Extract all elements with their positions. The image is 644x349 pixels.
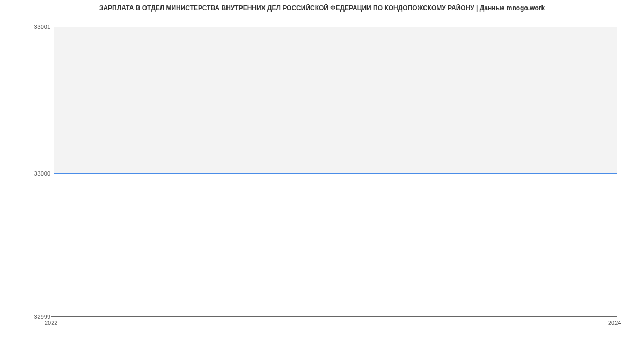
shaded-region (54, 27, 617, 173)
y-tick-label: 33001 (0, 24, 50, 30)
plot-area (54, 27, 617, 317)
data-line (54, 173, 617, 174)
y-tick-mark (51, 27, 54, 27)
y-tick-label: 32999 (0, 314, 50, 320)
x-tick-mark (617, 317, 617, 319)
x-tick-mark (54, 317, 54, 319)
y-tick-label: 33000 (0, 170, 50, 177)
y-tick-mark (51, 173, 54, 173)
chart-title: ЗАРПЛАТА В ОТДЕЛ МИНИСТЕРСТВА ВНУТРЕННИХ… (0, 4, 644, 12)
x-tick-label: 2024 (608, 319, 621, 326)
x-tick-label: 2022 (45, 319, 57, 326)
